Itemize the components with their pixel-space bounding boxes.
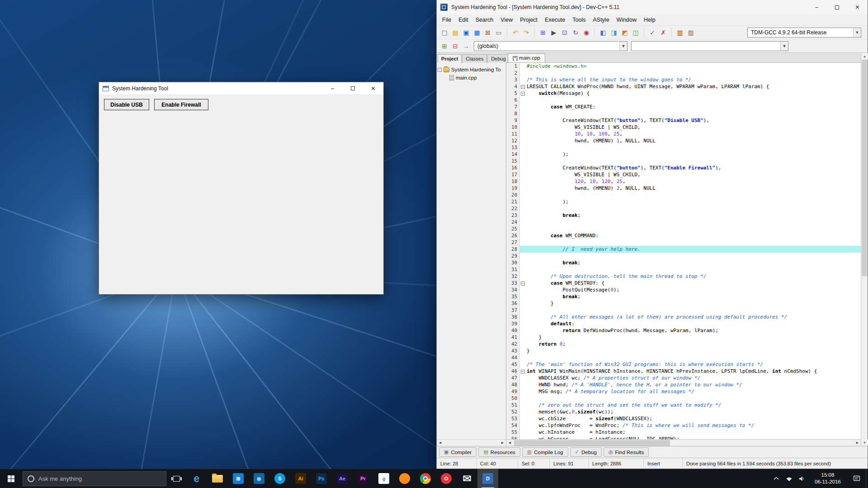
code-line-35[interactable]: 35 break;: [506, 293, 861, 300]
horizontal-scroll-thumb[interactable]: [514, 440, 670, 446]
code-line-1[interactable]: 1#include <windows.h>: [506, 63, 861, 70]
tab-find-results[interactable]: ◎Find Results: [604, 447, 649, 457]
maximize-button[interactable]: [343, 82, 363, 94]
package-manager-icon[interactable]: ◫: [631, 28, 641, 38]
add-file-icon[interactable]: ⊞: [439, 41, 449, 51]
volume-icon[interactable]: [795, 469, 808, 488]
code-line-7[interactable]: 7 case WM_CREATE:: [506, 103, 861, 110]
editor-horizontal-scrollbar[interactable]: ◀ ▶: [506, 439, 861, 446]
tab-project[interactable]: Project: [438, 54, 462, 63]
code-line-28[interactable]: 28 // I need your help here.: [506, 246, 861, 253]
code-area[interactable]: 1#include <windows.h>23/* This is where …: [506, 63, 861, 439]
astyle-format-icon[interactable]: ✓: [647, 28, 657, 38]
code-line-33[interactable]: 33− case WM_DESTROY: {: [506, 280, 861, 286]
code-line-48[interactable]: 48 HWND hwnd; /* A 'HANDLE', hence the H…: [506, 381, 861, 388]
taskbar-icon-illustrator[interactable]: Ai: [290, 469, 311, 488]
taskbar-icon-skype[interactable]: S: [269, 469, 290, 488]
scroll-up-icon[interactable]: ▲: [861, 53, 868, 60]
tab-resources[interactable]: ▤Resources: [478, 447, 520, 457]
vertical-scroll-track[interactable]: [861, 60, 868, 439]
taskbar-icon-edge[interactable]: e: [186, 469, 207, 488]
menu-tools[interactable]: Tools: [569, 15, 589, 24]
taskbar-icon-photoshop[interactable]: Ps: [311, 469, 332, 488]
open-icon[interactable]: ▤: [450, 28, 460, 38]
close-file-icon[interactable]: ⊠: [483, 28, 493, 38]
taskbar-icon-premiere[interactable]: Pr: [353, 469, 373, 488]
disable-usb-button[interactable]: Disable USB: [104, 99, 149, 110]
code-line-30[interactable]: 30 break;: [506, 259, 861, 266]
code-line-32[interactable]: 32 /* Upon destruction, tell the main th…: [506, 273, 861, 280]
taskbar-icon-google[interactable]: g: [373, 469, 394, 488]
taskbar-icon-opera[interactable]: O: [436, 469, 457, 488]
code-line-34[interactable]: 34 PostQuitMessage(0);: [506, 286, 861, 293]
code-line-23[interactable]: 23 break;: [506, 212, 861, 219]
run-icon[interactable]: ▶: [549, 28, 559, 38]
scroll-down-icon[interactable]: ▼: [861, 439, 868, 446]
code-line-15[interactable]: 15: [506, 158, 861, 164]
tab-compiler[interactable]: ▣Compiler: [439, 447, 476, 457]
abort-compile-icon[interactable]: ✗: [658, 28, 668, 38]
network-icon[interactable]: [783, 469, 795, 488]
code-line-16[interactable]: 16 CreateWindow(TEXT("button"), TEXT("En…: [506, 164, 861, 171]
code-line-43[interactable]: 43}: [506, 347, 861, 354]
compile-icon[interactable]: ⊞: [538, 28, 548, 38]
code-line-20[interactable]: 20: [506, 192, 861, 198]
editor-tab-main-cpp[interactable]: [*] main.cpp: [508, 53, 545, 62]
code-line-22[interactable]: 22: [506, 205, 861, 212]
code-line-55[interactable]: 55 wc.hInstance = hInstance;: [506, 429, 861, 436]
code-line-44[interactable]: 44: [506, 354, 861, 361]
scroll-left-icon[interactable]: ◀: [506, 440, 513, 446]
code-line-25[interactable]: 25: [506, 225, 861, 232]
code-line-3[interactable]: 3/* This is where all the input to the w…: [506, 76, 861, 83]
code-line-41[interactable]: 41 }: [506, 334, 861, 341]
redo-icon[interactable]: ↷: [521, 28, 531, 38]
compiler-select[interactable]: TDM-GCC 4.9.2 64-bit Release ▼: [747, 28, 861, 38]
code-line-40[interactable]: 40 return DefWindowProc(hwnd, Message, w…: [506, 327, 861, 334]
task-view-button[interactable]: [166, 469, 186, 488]
tab-compile-log[interactable]: ▥Compile Log: [522, 447, 568, 457]
code-line-27[interactable]: 27: [506, 239, 861, 246]
tab-debug[interactable]: ✓Debug: [570, 447, 602, 457]
code-line-14[interactable]: 14 );: [506, 151, 861, 158]
app-titlebar[interactable]: System Hardening Tool – ✕: [99, 82, 383, 95]
menu-execute[interactable]: Execute: [541, 15, 569, 24]
code-line-29[interactable]: 29: [506, 253, 861, 259]
menu-file[interactable]: File: [439, 15, 455, 24]
new-project-icon[interactable]: ◧: [598, 28, 608, 38]
code-line-47[interactable]: 47 WNDCLASSEX wc; /* A properties struct…: [506, 375, 861, 381]
code-line-52[interactable]: 52 memset(&wc,0,sizeof(wc));: [506, 408, 861, 415]
remove-file-icon[interactable]: ⊟: [450, 41, 460, 51]
close-button[interactable]: ✕: [363, 82, 383, 94]
taskbar-icon-photos[interactable]: ◉: [249, 469, 269, 488]
code-line-26[interactable]: 26 case WM_COMMAND:: [506, 232, 861, 239]
undo-icon[interactable]: ↶: [510, 28, 520, 38]
members-select[interactable]: ▼: [631, 41, 788, 51]
open-project-icon[interactable]: ◨: [609, 28, 619, 38]
code-line-24[interactable]: 24: [506, 219, 861, 225]
profiling-log-icon[interactable]: ▥: [686, 28, 696, 38]
taskbar-icon-file-explorer[interactable]: [207, 469, 228, 488]
start-button[interactable]: [0, 469, 22, 488]
show-desktop-button[interactable]: [866, 469, 868, 488]
menu-view[interactable]: View: [497, 15, 516, 24]
fold-collapse-icon[interactable]: −: [521, 282, 525, 286]
scroll-right-icon[interactable]: ▶: [854, 440, 861, 446]
taskbar-clock[interactable]: 15:08 06-11-2016: [808, 469, 848, 488]
taskbar-icon-devcpp[interactable]: D: [477, 469, 498, 488]
chevron-down-icon[interactable]: ▼: [780, 42, 788, 51]
minimize-button[interactable]: –: [322, 82, 343, 94]
chevron-down-icon[interactable]: ▼: [619, 42, 627, 51]
code-line-5[interactable]: 5− switch(Message) {: [506, 90, 861, 97]
code-line-49[interactable]: 49 MSG msg; /* A temporary location for …: [506, 388, 861, 395]
menu-search[interactable]: Search: [472, 15, 497, 24]
save-all-icon[interactable]: ▦: [472, 28, 482, 38]
code-line-4[interactable]: 4−LRESULT CALLBACK WndProc(HWND hwnd, UI…: [506, 83, 861, 90]
search-input[interactable]: Ask me anything: [23, 471, 166, 486]
fold-collapse-icon[interactable]: −: [521, 85, 525, 89]
fold-collapse-icon[interactable]: −: [521, 370, 525, 374]
code-line-13[interactable]: 13: [506, 144, 861, 151]
code-line-51[interactable]: 51 /* zero out the struct and set the st…: [506, 402, 861, 408]
save-icon[interactable]: ▣: [461, 28, 471, 38]
code-line-56[interactable]: 56 wc.hCursor = LoadCursor(NULL, IDC_ARR…: [506, 436, 861, 439]
taskbar-icon-store[interactable]: ⊞: [228, 469, 249, 488]
